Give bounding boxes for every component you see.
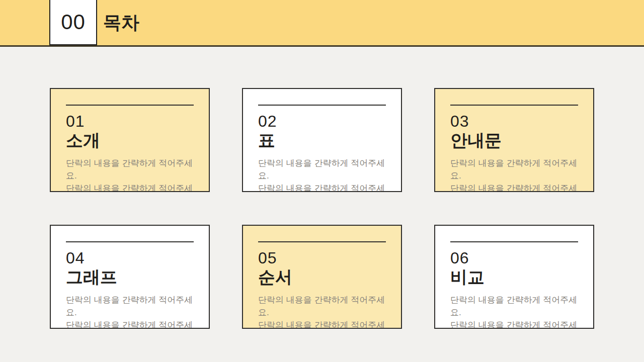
card-top-rule <box>450 241 578 242</box>
card-number: 02 <box>258 112 386 130</box>
card-top-rule <box>258 241 386 242</box>
card-number: 04 <box>66 249 194 267</box>
card-description: 단락의 내용을 간략하게 적어주세요. 단락의 내용을 간략하게 적어주세요. <box>258 157 386 192</box>
card-number: 06 <box>450 249 578 267</box>
card-description-line: 단락의 내용을 간략하게 적어주세요. <box>450 157 578 182</box>
card-top-rule <box>450 105 578 106</box>
card-description-line: 단락의 내용을 간략하게 적어주세요. <box>258 182 386 192</box>
card-description-line: 단락의 내용을 간략하게 적어주세요. <box>258 294 386 319</box>
card-description-line: 단락의 내용을 간략하게 적어주세요. <box>258 157 386 182</box>
toc-card-3[interactable]: 03 안내문 단락의 내용을 간략하게 적어주세요. 단락의 내용을 간략하게 … <box>434 88 594 192</box>
card-title: 그래프 <box>66 267 194 287</box>
card-top-rule <box>66 105 194 106</box>
card-description-line: 단락의 내용을 간략하게 적어주세요. <box>66 157 194 182</box>
card-description-line: 단락의 내용을 간략하게 적어주세요. <box>450 182 578 192</box>
toc-card-5[interactable]: 05 순서 단락의 내용을 간략하게 적어주세요. 단락의 내용을 간략하게 적… <box>242 225 402 329</box>
card-title: 순서 <box>258 267 386 287</box>
card-description-line: 단락의 내용을 간략하게 적어주세요. <box>450 294 578 319</box>
card-description: 단락의 내용을 간략하게 적어주세요. 단락의 내용을 간략하게 적어주세요. <box>450 157 578 192</box>
slide-canvas: 00 목차 01 소개 단락의 내용을 간략하게 적어주세요. 단락의 내용을 … <box>0 0 644 362</box>
card-description: 단락의 내용을 간략하게 적어주세요. 단락의 내용을 간략하게 적어주세요. <box>66 294 194 329</box>
card-description-line: 단락의 내용을 간략하게 적어주세요. <box>66 319 194 329</box>
card-top-rule <box>66 241 194 242</box>
card-title: 소개 <box>66 130 194 150</box>
section-number-box: 00 <box>49 0 97 45</box>
toc-card-4[interactable]: 04 그래프 단락의 내용을 간략하게 적어주세요. 단락의 내용을 간략하게 … <box>50 225 210 329</box>
page-title: 목차 <box>103 0 139 45</box>
card-number: 01 <box>66 112 194 130</box>
card-title: 안내문 <box>450 130 578 150</box>
toc-card-2[interactable]: 02 표 단락의 내용을 간략하게 적어주세요. 단락의 내용을 간략하게 적어… <box>242 88 402 192</box>
card-number: 05 <box>258 249 386 267</box>
card-description: 단락의 내용을 간략하게 적어주세요. 단락의 내용을 간략하게 적어주세요. <box>450 294 578 329</box>
card-description-line: 단락의 내용을 간략하게 적어주세요. <box>66 294 194 319</box>
card-top-rule <box>258 105 386 106</box>
card-description: 단락의 내용을 간략하게 적어주세요. 단락의 내용을 간략하게 적어주세요. <box>258 294 386 329</box>
card-title: 표 <box>258 130 386 150</box>
card-description-line: 단락의 내용을 간략하게 적어주세요. <box>66 182 194 192</box>
card-title: 비교 <box>450 267 578 287</box>
section-number: 00 <box>61 10 86 34</box>
card-number: 03 <box>450 112 578 130</box>
card-description: 단락의 내용을 간략하게 적어주세요. 단락의 내용을 간략하게 적어주세요. <box>66 157 194 192</box>
card-description-line: 단락의 내용을 간략하게 적어주세요. <box>258 319 386 329</box>
slide-header: 00 목차 <box>0 0 644 47</box>
toc-card-6[interactable]: 06 비교 단락의 내용을 간략하게 적어주세요. 단락의 내용을 간략하게 적… <box>434 225 594 329</box>
toc-grid: 01 소개 단락의 내용을 간략하게 적어주세요. 단락의 내용을 간략하게 적… <box>50 88 594 329</box>
card-description-line: 단락의 내용을 간략하게 적어주세요. <box>450 319 578 329</box>
toc-card-1[interactable]: 01 소개 단락의 내용을 간략하게 적어주세요. 단락의 내용을 간략하게 적… <box>50 88 210 192</box>
